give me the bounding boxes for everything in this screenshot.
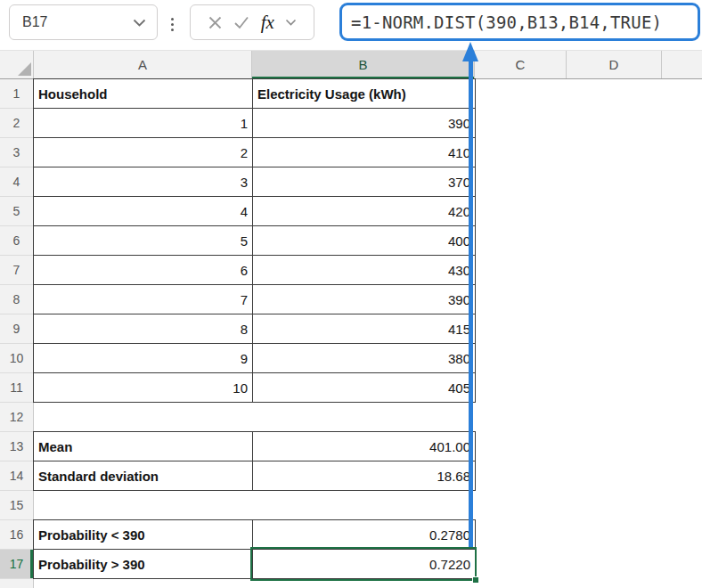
row-header-10[interactable]: 10 <box>0 344 33 373</box>
chevron-down-icon[interactable] <box>285 19 297 26</box>
row-header-1[interactable]: 1 <box>0 79 33 109</box>
name-box-value: B17 <box>22 14 47 30</box>
insert-function-icon[interactable]: fx <box>261 13 274 32</box>
column-header-D[interactable]: D <box>567 51 662 78</box>
cell-B14[interactable]: 18.68 <box>253 461 476 491</box>
cell-A6[interactable]: 5 <box>34 226 253 256</box>
cancel-icon[interactable] <box>208 15 223 30</box>
cell-B11[interactable]: 405 <box>253 373 476 403</box>
cell-A7[interactable]: 6 <box>34 256 253 285</box>
formula-bar[interactable]: =1-NORM.DIST(390,B13,B14,TRUE) <box>339 3 700 41</box>
cell-B3[interactable]: 410 <box>253 138 476 167</box>
column-header-A[interactable]: A <box>34 51 252 78</box>
excel-window: B17 fx =1-NORM.DIST(390,B13,B14,TRUE) <box>0 0 702 588</box>
row-headers: 1234567891011121314151617 <box>0 79 34 588</box>
row-header-stub <box>0 579 33 588</box>
cell-A11[interactable]: 10 <box>34 373 253 403</box>
column-header-C[interactable]: C <box>475 51 567 78</box>
formula-text: =1-NORM.DIST(390,B13,B14,TRUE) <box>351 12 662 32</box>
cell-B5[interactable]: 420 <box>253 197 476 226</box>
cell-B12[interactable] <box>253 403 476 432</box>
cell-B16[interactable]: 0.2780 <box>253 520 476 550</box>
cell-A12[interactable] <box>34 403 253 432</box>
row-header-17[interactable]: 17 <box>0 550 33 579</box>
name-box[interactable]: B17 <box>9 4 158 40</box>
cell-B2[interactable]: 390 <box>253 109 476 138</box>
drag-handle-icon[interactable] <box>168 12 176 37</box>
formula-toolbar: B17 fx =1-NORM.DIST(390,B13,B14,TRUE) <box>0 0 702 49</box>
row-header-2[interactable]: 2 <box>0 109 33 138</box>
cell-A2[interactable]: 1 <box>34 109 253 138</box>
column-header-stub[interactable] <box>662 51 702 78</box>
chevron-down-icon <box>133 19 146 27</box>
cell-A4[interactable]: 3 <box>34 167 253 197</box>
row-header-16[interactable]: 16 <box>0 520 33 550</box>
column-headers: A B C D <box>0 50 702 79</box>
row-header-4[interactable]: 4 <box>0 167 33 197</box>
cell-B8[interactable]: 390 <box>253 285 476 314</box>
cell-A5[interactable]: 4 <box>34 197 253 226</box>
row-header-8[interactable]: 8 <box>0 285 33 314</box>
worksheet-grid: HouseholdElectricity Usage (kWh)13902410… <box>33 78 476 579</box>
cell-B13[interactable]: 401.00 <box>253 432 476 461</box>
cell-A16[interactable]: Probability < 390 <box>34 520 253 550</box>
cell-B6[interactable]: 400 <box>253 226 476 256</box>
enter-check-icon[interactable] <box>233 15 249 29</box>
cell-A1[interactable]: Household <box>34 79 253 109</box>
row-header-9[interactable]: 9 <box>0 314 33 344</box>
select-all-button[interactable] <box>0 51 34 78</box>
row-header-7[interactable]: 7 <box>0 256 33 285</box>
cell-A3[interactable]: 2 <box>34 138 253 167</box>
cell-A14[interactable]: Standard deviation <box>34 461 253 491</box>
row-header-3[interactable]: 3 <box>0 138 33 167</box>
cell-B15[interactable] <box>253 491 476 520</box>
cell-A10[interactable]: 9 <box>34 344 253 373</box>
cell-B4[interactable]: 370 <box>253 167 476 197</box>
cell-B1[interactable]: Electricity Usage (kWh) <box>253 79 476 109</box>
cell-B9[interactable]: 415 <box>253 314 476 344</box>
column-header-B[interactable]: B <box>252 51 475 78</box>
cell-B10[interactable]: 380 <box>253 344 476 373</box>
row-header-12[interactable]: 12 <box>0 403 33 432</box>
cell-A8[interactable]: 7 <box>34 285 253 314</box>
formula-controls: fx <box>190 4 314 40</box>
select-all-triangle-icon <box>18 62 31 76</box>
row-header-5[interactable]: 5 <box>0 197 33 226</box>
cell-A13[interactable]: Mean <box>34 432 253 461</box>
cell-A17[interactable]: Probability > 390 <box>34 550 253 579</box>
row-header-13[interactable]: 13 <box>0 432 33 461</box>
cell-A9[interactable]: 8 <box>34 314 253 344</box>
cell-A15[interactable] <box>34 491 253 520</box>
cell-B7[interactable]: 430 <box>253 256 476 285</box>
row-header-11[interactable]: 11 <box>0 373 33 403</box>
row-header-15[interactable]: 15 <box>0 491 33 520</box>
row-header-14[interactable]: 14 <box>0 461 33 491</box>
row-header-6[interactable]: 6 <box>0 226 33 256</box>
cell-B17[interactable]: 0.7220 <box>253 550 476 579</box>
